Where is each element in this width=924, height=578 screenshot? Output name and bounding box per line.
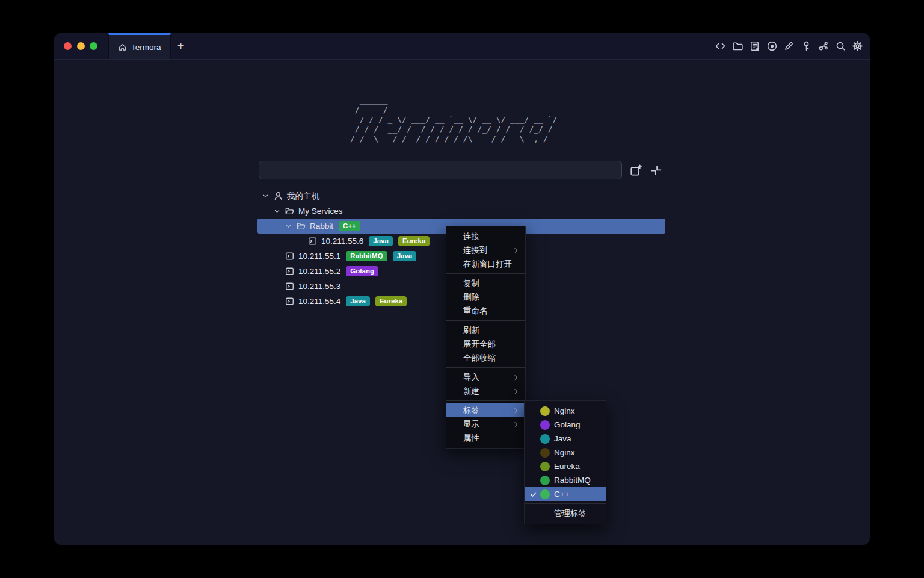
tab-label: Termora <box>131 43 161 52</box>
menu-item-label: Java <box>554 434 571 443</box>
folder-button[interactable] <box>732 40 744 52</box>
key-button[interactable] <box>801 40 812 52</box>
ascii-logo: ______ /_ __/__ _________ ___ ____ _____… <box>350 96 562 144</box>
menu-item-label: 展开全部 <box>463 339 496 350</box>
menu-item-refresh[interactable]: 刷新 <box>446 323 525 337</box>
key-icon <box>801 40 812 52</box>
menu-item-tag-golang[interactable]: Golang <box>525 418 606 432</box>
titlebar: Termora + <box>54 33 870 60</box>
menu-item-copy[interactable]: 复制 <box>446 276 525 290</box>
record-icon <box>766 40 778 52</box>
expand-slot[interactable] <box>285 222 296 230</box>
home-icon <box>118 43 127 52</box>
terminal-icon <box>285 296 295 306</box>
tag-badge-java: Java <box>346 296 370 307</box>
tree-row-my-hosts[interactable]: 我的主机 <box>257 188 665 204</box>
menu-item-label: 显示 <box>463 419 479 430</box>
menu-separator <box>446 400 525 401</box>
close-button[interactable] <box>64 42 72 50</box>
expand-slot <box>273 297 285 305</box>
menu-item-delete[interactable]: 删除 <box>446 290 525 304</box>
menu-item-manage-tags[interactable]: 管理标签 <box>525 506 606 521</box>
menu-item-label: RabbitMQ <box>554 476 591 485</box>
menu-item-tag-nginx-1[interactable]: Nginx <box>525 404 606 418</box>
menu-item-new[interactable]: 新建 <box>446 384 525 398</box>
record-button[interactable] <box>766 40 778 52</box>
code-button[interactable] <box>715 40 726 52</box>
quick-connect-input[interactable] <box>259 161 622 179</box>
tag-color-dot <box>540 420 550 430</box>
menu-item-tags[interactable]: 标签 <box>446 403 525 417</box>
menu-item-label: Nginx <box>554 448 575 457</box>
tree-row-label: Rabbit <box>310 222 333 231</box>
menu-item-properties[interactable]: 属性 <box>446 431 525 445</box>
folder-icon <box>732 40 744 52</box>
tab-termora[interactable]: Termora <box>108 33 171 59</box>
traffic-lights <box>54 33 108 59</box>
edit-button[interactable] <box>783 40 795 52</box>
menu-item-rename[interactable]: 重命名 <box>446 304 525 318</box>
chevron-right-icon <box>513 374 520 381</box>
terminal-icon <box>285 296 295 306</box>
menu-item-label: 重命名 <box>463 306 488 317</box>
user-icon <box>273 191 283 201</box>
settings-button[interactable] <box>852 40 863 52</box>
terminal-icon <box>285 266 295 276</box>
zoom-button[interactable] <box>90 42 97 50</box>
menu-item-label: 全部收缩 <box>463 353 496 364</box>
menu-item-display[interactable]: 显示 <box>446 417 525 431</box>
terminal-icon <box>285 281 295 291</box>
tag-color-dot <box>540 489 550 499</box>
folder-open-icon <box>296 221 306 231</box>
menu-item-collapse-all[interactable]: 全部收缩 <box>446 351 525 365</box>
tag-badge-golang: Golang <box>346 266 378 277</box>
menu-separator <box>525 503 606 504</box>
chevron-down-icon <box>262 192 270 200</box>
menu-item-connect-to[interactable]: 连接到 <box>446 243 525 257</box>
expand-slot[interactable] <box>273 207 285 215</box>
menu-item-expand-all[interactable]: 展开全部 <box>446 337 525 351</box>
menu-item-tag-java[interactable]: Java <box>525 432 606 446</box>
log-button[interactable] <box>749 40 760 52</box>
settings-icon <box>852 40 863 52</box>
keychain-button[interactable] <box>818 40 829 52</box>
submenu-arrow-icon <box>513 407 520 414</box>
chevron-right-icon <box>513 388 520 395</box>
menu-item-label: 刷新 <box>463 325 479 336</box>
toolbar <box>715 33 870 59</box>
code-icon <box>715 40 726 52</box>
add-host-icon <box>629 164 642 177</box>
home-icon <box>118 43 127 52</box>
tree-row-label: 10.211.55.3 <box>298 282 340 291</box>
menu-item-label: 属性 <box>463 433 479 444</box>
tree-row-label: My Services <box>298 207 343 216</box>
tag-color-dot <box>540 448 550 458</box>
search-button[interactable] <box>835 40 846 52</box>
menu-item-tag-cpp[interactable]: C++ <box>525 487 606 501</box>
add-host-button[interactable] <box>629 164 642 177</box>
submenu-arrow-icon <box>513 421 520 428</box>
menu-item-label: Eureka <box>554 462 580 471</box>
menu-item-label: C++ <box>554 489 570 499</box>
expand-slot[interactable] <box>262 192 273 200</box>
chevron-down-icon <box>273 207 281 215</box>
menu-item-open-in-new-window[interactable]: 在新窗口打开 <box>446 257 525 271</box>
tag-badge-java: Java <box>393 251 417 262</box>
menu-item-tag-rabbitmq[interactable]: RabbitMQ <box>525 473 606 487</box>
menu-item-label: 删除 <box>463 292 479 303</box>
menu-item-import[interactable]: 导入 <box>446 370 525 384</box>
minimize-button[interactable] <box>77 42 85 50</box>
submenu-arrow-icon <box>513 247 520 254</box>
checkmark-icon <box>530 491 540 498</box>
terminal-icon <box>285 251 295 261</box>
tag-color-dot <box>540 434 550 444</box>
tree-row-my-services[interactable]: My Services <box>257 204 665 219</box>
menu-item-label: 连接 <box>463 231 479 242</box>
new-tab-button[interactable]: + <box>171 33 191 59</box>
menu-item-tag-nginx-2[interactable]: Nginx <box>525 446 606 459</box>
chevron-right-icon <box>513 407 520 414</box>
menu-item-tag-eureka[interactable]: Eureka <box>525 459 606 473</box>
edit-icon <box>783 40 795 52</box>
menu-item-connect[interactable]: 连接 <box>446 229 525 243</box>
layout-toggle-button[interactable] <box>650 164 663 177</box>
